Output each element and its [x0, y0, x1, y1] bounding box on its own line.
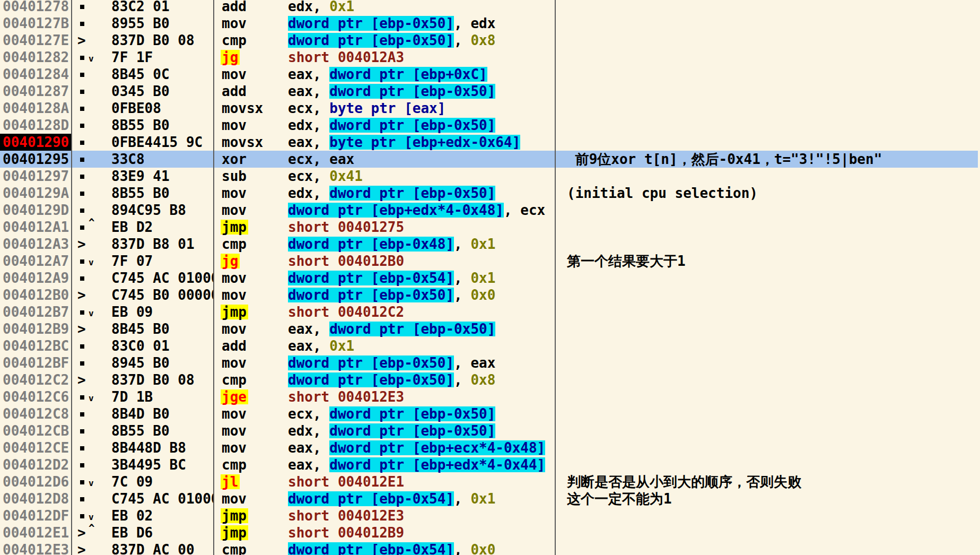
disasm-row[interactable]: 0040129783E9 41subecx, 0x41: [0, 168, 980, 185]
disasm-row[interactable]: 004012E1>^EB D6jmpshort 004012B9: [0, 524, 980, 541]
mnemonic-cell: jge: [222, 389, 248, 404]
disasm-row[interactable]: 004012A7v7F 07jgshort 004012B0第一个结果要大于1: [0, 253, 980, 270]
operand-segment: dword ptr [ebp-0x48]: [288, 237, 454, 252]
operand-segment: dword ptr [ebp-0x50]: [288, 288, 454, 302]
mnemonic-cell: mov: [222, 203, 247, 218]
disasm-row[interactable]: 004012E3>837D AC 00cmpdword ptr [ebp-0x5…: [0, 541, 980, 555]
address-cell[interactable]: 00401297: [0, 168, 71, 185]
address-cell[interactable]: 004012C6: [0, 388, 71, 405]
mnemonic-cell: jmp: [222, 508, 248, 523]
address-cell[interactable]: 004012E3: [0, 541, 71, 555]
breakpoint-address-cell[interactable]: 00401290: [0, 134, 71, 151]
disasm-row[interactable]: 004012C2>837D B0 08cmpdword ptr [ebp-0x5…: [0, 371, 980, 388]
address-cell[interactable]: 004012E1: [0, 524, 71, 541]
address-cell[interactable]: 004012B7: [0, 303, 71, 320]
address-cell[interactable]: 00401284: [0, 66, 71, 83]
disasm-row[interactable]: 0040127B8955 B0movdword ptr [ebp-0x50], …: [0, 15, 980, 32]
address-cell[interactable]: 0040129A: [0, 185, 71, 202]
flow-dot-icon: [80, 497, 84, 501]
mnemonic-cell: jg: [222, 50, 240, 65]
mnemonic-cell: mov: [222, 271, 247, 285]
mnemonic-text: mov: [222, 423, 247, 438]
address-cell[interactable]: 0040128D: [0, 117, 71, 134]
disasm-row[interactable]: 004012DFvEB 02jmpshort 004012E3: [0, 507, 980, 524]
jump-down-icon: v: [89, 55, 94, 63]
disasm-row[interactable]: 004012D6v7C 09jlshort 004012E1判断是否是从小到大的…: [0, 473, 980, 490]
mnemonic-text: mov: [222, 16, 247, 31]
jump-flow-marker: [77, 66, 115, 83]
address-cell[interactable]: 0040127B: [0, 15, 71, 32]
opcode-bytes-cell: 83E9 41: [111, 168, 213, 185]
disasm-row[interactable]: 004012C6v7D 1Bjgeshort 004012E3: [0, 388, 980, 405]
address-cell[interactable]: 0040127E: [0, 32, 71, 49]
jump-target-icon: >: [77, 321, 86, 337]
mnemonic-cell: mov: [222, 118, 247, 133]
address-cell[interactable]: 004012A9: [0, 270, 71, 287]
disasm-row[interactable]: 004012A9C745 AC 01000000movdword ptr [eb…: [0, 270, 980, 287]
address-cell[interactable]: 004012BC: [0, 337, 71, 354]
address-cell[interactable]: 004012B9: [0, 320, 71, 337]
mnemonic-text: cmp: [222, 33, 247, 48]
address-cell[interactable]: 004012A3: [0, 236, 71, 253]
operand-segment: edx,: [288, 118, 329, 133]
address-cell[interactable]: 004012D8: [0, 490, 71, 507]
mnemonic-cell: jmp: [222, 220, 248, 235]
column-separator-bytes[interactable]: [213, 0, 214, 555]
address-cell[interactable]: 004012BF: [0, 354, 71, 371]
disasm-row[interactable]: 0040127E>837D B0 08cmpdword ptr [ebp-0x5…: [0, 32, 980, 49]
mnemonic-text: mov: [222, 203, 247, 218]
jump-flow-marker: ^: [77, 219, 115, 236]
address-cell[interactable]: 00401278: [0, 0, 71, 15]
address-cell[interactable]: 004012C2: [0, 371, 71, 388]
disasm-row[interactable]: 004012B7vEB 09jmpshort 004012C2: [0, 303, 980, 320]
column-separator-comment[interactable]: [555, 0, 556, 555]
address-cell[interactable]: 00401287: [0, 83, 71, 100]
flow-dot-icon: [80, 395, 84, 400]
disasm-row[interactable]: 004012A3>837D B8 01cmpdword ptr [ebp-0x4…: [0, 236, 980, 253]
address-cell[interactable]: 004012B0: [0, 287, 71, 303]
address-cell[interactable]: 004012CE: [0, 439, 71, 456]
disasm-row[interactable]: 0040128D8B55 B0movedx, dword ptr [ebp-0x…: [0, 117, 980, 134]
address-cell[interactable]: 00401295: [0, 151, 71, 168]
comment-cell: 第一个结果要大于1: [567, 253, 686, 270]
address-cell[interactable]: 004012DF: [0, 507, 71, 524]
disasm-row[interactable]: 004012B9>8B45 B0moveax, dword ptr [ebp-0…: [0, 320, 980, 337]
address-cell[interactable]: 004012A7: [0, 253, 71, 270]
address-cell[interactable]: 004012A1: [0, 219, 71, 236]
mnemonic-text: movsx: [222, 101, 263, 116]
disasm-row[interactable]: 00401282v7F 1Fjgshort 004012A3: [0, 49, 980, 66]
operand-segment: 0x1: [470, 491, 495, 506]
disasm-row[interactable]: 004012870345 B0addeax, dword ptr [ebp-0x…: [0, 83, 980, 100]
disasm-row[interactable]: 0040129A8B55 B0movedx, dword ptr [ebp-0x…: [0, 185, 980, 202]
disasm-row[interactable]: 0040129D894C95 B8movdword ptr [ebp+edx*4…: [0, 202, 980, 219]
jump-flow-marker: [77, 337, 115, 354]
jump-flow-marker: [77, 456, 115, 473]
disasm-row[interactable]: 0040129533C8xorecx, eax 前9位xor t[n]，然后-0…: [0, 151, 980, 168]
address-cell[interactable]: 00401282: [0, 49, 71, 66]
disasm-row[interactable]: 0040127883C2 01addedx, 0x1: [0, 0, 980, 15]
disasm-row[interactable]: 004012A1^EB D2jmpshort 00401275: [0, 219, 980, 236]
disasm-row[interactable]: 004012900FBE4415 9Cmovsxeax, byte ptr [e…: [0, 134, 980, 151]
address-cell[interactable]: 0040129D: [0, 202, 71, 219]
disasm-row[interactable]: 004012B0>C745 B0 00000000movdword ptr [e…: [0, 287, 980, 303]
mnemonic-text: mov: [222, 67, 247, 82]
disasm-row[interactable]: 004012848B45 0Cmoveax, dword ptr [ebp+0x…: [0, 66, 980, 83]
disasm-row[interactable]: 004012CE8B448D B8moveax, dword ptr [ebp+…: [0, 439, 980, 456]
mnemonic-cell: mov: [222, 322, 247, 336]
address-cell[interactable]: 004012CB: [0, 422, 71, 439]
disasm-row[interactable]: 004012BF8945 B0movdword ptr [ebp-0x50], …: [0, 354, 980, 371]
address-cell[interactable]: 0040128A: [0, 100, 71, 117]
disasm-row[interactable]: 004012CB8B55 B0movedx, dword ptr [ebp-0x…: [0, 422, 980, 439]
address-cell[interactable]: 004012D6: [0, 473, 71, 490]
disasm-row[interactable]: 004012D8C745 AC 01000000movdword ptr [eb…: [0, 490, 980, 507]
column-separator-address[interactable]: [71, 0, 72, 555]
disasm-row[interactable]: 004012D23B4495 BCcmpeax, dword ptr [ebp+…: [0, 456, 980, 473]
operands-cell: short 004012E3: [288, 508, 404, 523]
mnemonic-text: mov: [222, 271, 247, 285]
address-cell[interactable]: 004012C8: [0, 405, 71, 422]
disasm-row[interactable]: 0040128A0FBE08movsxecx, byte ptr [eax]: [0, 100, 980, 117]
disassembly-pane[interactable]: 0040127883C2 01addedx, 0x10040127B8955 B…: [0, 0, 980, 555]
disasm-row[interactable]: 004012BC83C0 01addeax, 0x1: [0, 337, 980, 354]
disasm-row[interactable]: 004012C88B4D B0movecx, dword ptr [ebp-0x…: [0, 405, 980, 422]
address-cell[interactable]: 004012D2: [0, 456, 71, 473]
